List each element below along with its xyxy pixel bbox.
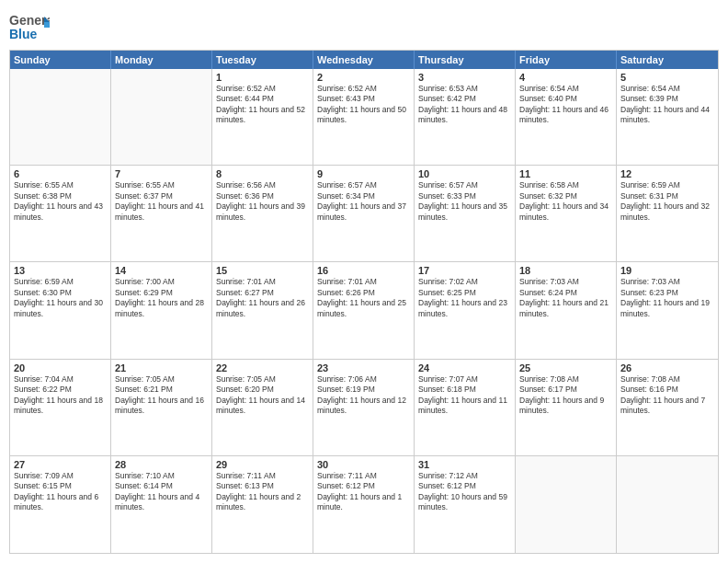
day-info: Sunrise: 7:06 AMSunset: 6:19 PMDaylight:… [317, 374, 410, 417]
day-number: 26 [620, 362, 714, 373]
day-number: 24 [418, 362, 511, 373]
day-info: Sunrise: 7:01 AMSunset: 6:27 PMDaylight:… [216, 277, 309, 319]
day-number: 22 [216, 362, 309, 373]
day-cell-28: 28Sunrise: 7:10 AMSunset: 6:14 PMDayligh… [111, 456, 212, 553]
day-cell-2: 2Sunrise: 6:52 AMSunset: 6:43 PMDaylight… [313, 69, 415, 165]
day-cell-22: 22Sunrise: 7:05 AMSunset: 6:20 PMDayligh… [212, 360, 313, 455]
day-cell-11: 11Sunrise: 6:58 AMSunset: 6:32 PMDayligh… [516, 166, 617, 261]
day-cell-6: 6Sunrise: 6:55 AMSunset: 6:38 PMDaylight… [10, 166, 111, 261]
day-info: Sunrise: 7:03 AMSunset: 6:23 PMDaylight:… [620, 277, 714, 319]
header-day-thursday: Thursday [415, 51, 516, 69]
day-cell-3: 3Sunrise: 6:53 AMSunset: 6:42 PMDaylight… [415, 69, 516, 165]
day-info: Sunrise: 7:09 AMSunset: 6:15 PMDaylight:… [14, 471, 107, 513]
day-info: Sunrise: 6:55 AMSunset: 6:37 PMDaylight:… [115, 180, 208, 223]
day-number: 29 [216, 459, 309, 470]
day-cell-12: 12Sunrise: 6:59 AMSunset: 6:31 PMDayligh… [617, 166, 718, 261]
day-info: Sunrise: 6:52 AMSunset: 6:44 PMDaylight:… [216, 84, 309, 126]
day-info: Sunrise: 7:05 AMSunset: 6:21 PMDaylight:… [115, 374, 208, 417]
logo-icon: General Blue [9, 9, 50, 42]
day-info: Sunrise: 6:52 AMSunset: 6:43 PMDaylight:… [317, 84, 410, 126]
day-cell-25: 25Sunrise: 7:08 AMSunset: 6:17 PMDayligh… [516, 360, 617, 455]
day-number: 18 [519, 265, 612, 276]
day-number: 25 [519, 362, 612, 373]
week-row-5: 27Sunrise: 7:09 AMSunset: 6:15 PMDayligh… [10, 456, 718, 553]
day-number: 23 [317, 362, 410, 373]
day-number: 15 [216, 265, 309, 276]
day-info: Sunrise: 7:04 AMSunset: 6:22 PMDaylight:… [14, 374, 107, 417]
header-day-saturday: Saturday [617, 51, 718, 69]
day-cell-9: 9Sunrise: 6:57 AMSunset: 6:34 PMDaylight… [313, 166, 415, 261]
day-number: 10 [418, 168, 511, 179]
day-cell-10: 10Sunrise: 6:57 AMSunset: 6:33 PMDayligh… [415, 166, 516, 261]
day-info: Sunrise: 7:12 AMSunset: 6:12 PMDaylight:… [418, 471, 511, 513]
logo: General Blue [9, 9, 50, 42]
day-info: Sunrise: 6:57 AMSunset: 6:34 PMDaylight:… [317, 180, 410, 223]
day-info: Sunrise: 6:57 AMSunset: 6:33 PMDaylight:… [418, 180, 511, 223]
day-cell-1: 1Sunrise: 6:52 AMSunset: 6:44 PMDaylight… [212, 69, 313, 165]
svg-text:Blue: Blue [9, 27, 38, 41]
day-cell-17: 17Sunrise: 7:02 AMSunset: 6:25 PMDayligh… [415, 262, 516, 358]
page: General Blue SundayMondayTuesdayWednesda… [0, 0, 728, 563]
day-number: 13 [14, 265, 107, 276]
header-day-monday: Monday [111, 51, 212, 69]
day-number: 28 [115, 459, 208, 470]
day-number: 20 [14, 362, 107, 373]
day-number: 4 [519, 72, 612, 83]
day-number: 30 [317, 459, 410, 470]
day-info: Sunrise: 7:11 AMSunset: 6:12 PMDaylight:… [317, 471, 410, 513]
week-row-2: 6Sunrise: 6:55 AMSunset: 6:38 PMDaylight… [10, 166, 718, 262]
day-cell-8: 8Sunrise: 6:56 AMSunset: 6:36 PMDaylight… [212, 166, 313, 261]
calendar-body: 1Sunrise: 6:52 AMSunset: 6:44 PMDaylight… [10, 69, 718, 553]
day-info: Sunrise: 7:05 AMSunset: 6:20 PMDaylight:… [216, 374, 309, 417]
day-info: Sunrise: 6:55 AMSunset: 6:38 PMDaylight:… [14, 180, 107, 223]
day-cell-23: 23Sunrise: 7:06 AMSunset: 6:19 PMDayligh… [313, 360, 415, 455]
day-cell-31: 31Sunrise: 7:12 AMSunset: 6:12 PMDayligh… [415, 456, 516, 553]
svg-text:General: General [9, 13, 50, 28]
day-cell-5: 5Sunrise: 6:54 AMSunset: 6:39 PMDaylight… [617, 69, 718, 165]
day-number: 27 [14, 459, 107, 470]
day-cell-empty [111, 69, 212, 165]
day-info: Sunrise: 7:08 AMSunset: 6:16 PMDaylight:… [620, 374, 714, 417]
day-number: 12 [620, 168, 714, 179]
day-info: Sunrise: 6:53 AMSunset: 6:42 PMDaylight:… [418, 84, 511, 126]
day-cell-18: 18Sunrise: 7:03 AMSunset: 6:24 PMDayligh… [516, 262, 617, 358]
day-number: 1 [216, 72, 309, 83]
day-number: 5 [620, 72, 714, 83]
header-day-friday: Friday [516, 51, 617, 69]
day-number: 3 [418, 72, 511, 83]
day-cell-20: 20Sunrise: 7:04 AMSunset: 6:22 PMDayligh… [10, 360, 111, 455]
day-info: Sunrise: 7:03 AMSunset: 6:24 PMDaylight:… [519, 277, 612, 319]
day-info: Sunrise: 6:59 AMSunset: 6:31 PMDaylight:… [620, 180, 714, 223]
day-cell-26: 26Sunrise: 7:08 AMSunset: 6:16 PMDayligh… [617, 360, 718, 455]
calendar: SundayMondayTuesdayWednesdayThursdayFrid… [9, 50, 719, 554]
day-cell-13: 13Sunrise: 6:59 AMSunset: 6:30 PMDayligh… [10, 262, 111, 358]
day-cell-24: 24Sunrise: 7:07 AMSunset: 6:18 PMDayligh… [415, 360, 516, 455]
header: General Blue [9, 9, 719, 42]
day-info: Sunrise: 7:11 AMSunset: 6:13 PMDaylight:… [216, 471, 309, 513]
day-cell-15: 15Sunrise: 7:01 AMSunset: 6:27 PMDayligh… [212, 262, 313, 358]
day-info: Sunrise: 6:58 AMSunset: 6:32 PMDaylight:… [519, 180, 612, 223]
day-number: 9 [317, 168, 410, 179]
day-cell-30: 30Sunrise: 7:11 AMSunset: 6:12 PMDayligh… [313, 456, 415, 553]
day-cell-7: 7Sunrise: 6:55 AMSunset: 6:37 PMDaylight… [111, 166, 212, 261]
day-number: 6 [14, 168, 107, 179]
day-cell-empty [10, 69, 111, 165]
header-day-tuesday: Tuesday [212, 51, 313, 69]
header-day-sunday: Sunday [10, 51, 111, 69]
day-info: Sunrise: 7:07 AMSunset: 6:18 PMDaylight:… [418, 374, 511, 417]
day-number: 17 [418, 265, 511, 276]
day-info: Sunrise: 7:02 AMSunset: 6:25 PMDaylight:… [418, 277, 511, 319]
day-number: 14 [115, 265, 208, 276]
day-cell-21: 21Sunrise: 7:05 AMSunset: 6:21 PMDayligh… [111, 360, 212, 455]
day-cell-29: 29Sunrise: 7:11 AMSunset: 6:13 PMDayligh… [212, 456, 313, 553]
day-cell-27: 27Sunrise: 7:09 AMSunset: 6:15 PMDayligh… [10, 456, 111, 553]
day-info: Sunrise: 6:54 AMSunset: 6:39 PMDaylight:… [620, 84, 714, 126]
day-number: 31 [418, 459, 511, 470]
calendar-header: SundayMondayTuesdayWednesdayThursdayFrid… [10, 51, 718, 69]
week-row-1: 1Sunrise: 6:52 AMSunset: 6:44 PMDaylight… [10, 69, 718, 166]
day-cell-empty [617, 456, 718, 553]
day-number: 16 [317, 265, 410, 276]
day-number: 8 [216, 168, 309, 179]
day-info: Sunrise: 7:08 AMSunset: 6:17 PMDaylight:… [519, 374, 612, 417]
week-row-3: 13Sunrise: 6:59 AMSunset: 6:30 PMDayligh… [10, 262, 718, 359]
